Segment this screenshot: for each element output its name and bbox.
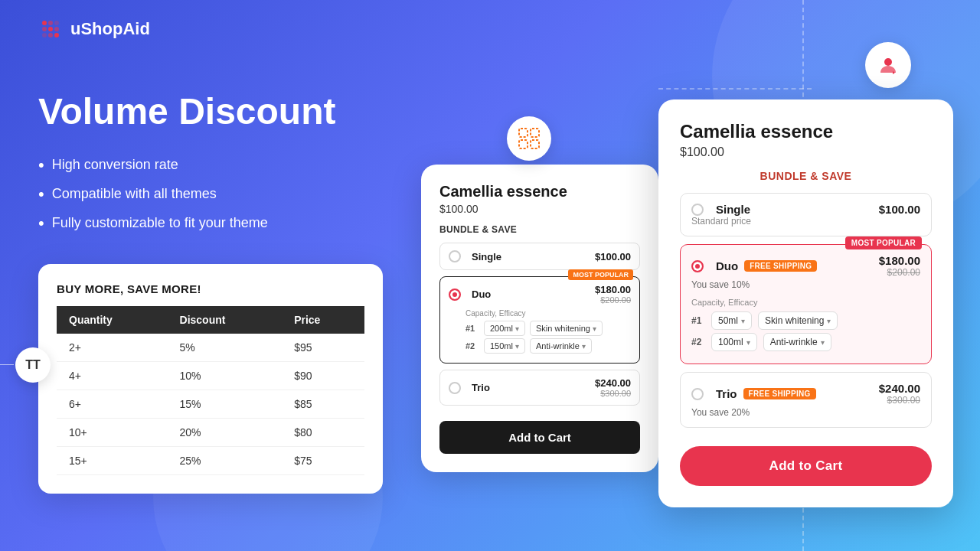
attr-num-2-middle: #2 [466, 341, 479, 350]
dropdown-arrow: ▾ [593, 324, 596, 333]
option-name-duo-middle: Duo [472, 289, 491, 300]
option-price-duo-middle: $180.00 [595, 284, 631, 295]
right-option-single[interactable]: Single $100.00 Standard price [680, 193, 932, 236]
header: uShopAid [38, 17, 150, 41]
option-name-single-right: Single [716, 203, 750, 216]
cell-discount: 5% [168, 334, 283, 362]
cell-quantity: 4+ [57, 361, 168, 390]
radio-trio-right [691, 388, 704, 400]
svg-rect-12 [519, 140, 528, 148]
selection-tool-icon[interactable] [507, 116, 551, 161]
standard-price-label: Standard price [691, 216, 920, 227]
attr-efficacy-2-right[interactable]: Anti-wrinkle ▾ [763, 333, 831, 351]
discount-table: Quantity Discount Price 2+ 5% $95 4+ 10%… [57, 306, 364, 475]
original-price-trio-right: $300.00 [879, 395, 920, 406]
top-right-user-icon[interactable] [865, 42, 911, 88]
right-section-title: BUNDLE & SAVE [680, 170, 932, 182]
attr-capacity-2-middle[interactable]: 150ml ▾ [484, 338, 525, 354]
dropdown-arrow: ▾ [582, 342, 586, 350]
duo-attributes-right: Capacity, Efficacy #1 50ml ▾ Skin whiten… [691, 298, 920, 351]
attr-row-2-right: #2 100ml ▾ Anti-wrinkle ▾ [691, 333, 920, 351]
col-quantity: Quantity [57, 306, 168, 334]
cell-price: $85 [282, 390, 364, 418]
add-to-cart-button-middle[interactable]: Add to Cart [439, 421, 640, 454]
add-to-cart-button-right[interactable]: Add to Cart [680, 446, 932, 486]
middle-option-duo[interactable]: MOST POPULAR Duo $180.00 $200.00 Capacit… [439, 276, 640, 364]
cell-quantity: 10+ [57, 418, 168, 446]
middle-option-single[interactable]: Single $100.00 [439, 243, 640, 270]
radio-single-right [691, 204, 704, 216]
volume-discount-card: BUY MORE, SAVE MORE! Quantity Discount P… [38, 264, 383, 494]
option-name-trio-middle: Trio [472, 382, 490, 393]
product-card-right: Camellia essence $100.00 BUNDLE & SAVE S… [658, 99, 953, 507]
cell-price: $90 [282, 361, 364, 390]
tt-label: TT [25, 358, 41, 372]
svg-point-3 [42, 27, 47, 31]
radio-duo-middle [449, 289, 461, 301]
radio-single-middle [449, 250, 461, 262]
price-single-right: $100.00 [879, 203, 920, 216]
selection-icon-svg [518, 127, 541, 150]
save-text-trio-right: You save 20% [691, 407, 920, 418]
user-avatar-icon [877, 54, 899, 76]
feature-item-2: Compatible with all themes [38, 184, 375, 204]
svg-point-1 [48, 21, 53, 25]
middle-section-title: BUNDLE & SAVE [439, 224, 640, 235]
attr-row-2-middle: #2 150ml ▾ Anti-wrinkle ▾ [466, 338, 603, 354]
table-row: 6+ 15% $85 [57, 390, 364, 418]
svg-point-6 [42, 33, 47, 37]
option-price-trio-middle: $240.00 [595, 377, 631, 389]
col-discount: Discount [168, 306, 283, 334]
dashed-line-horizontal [658, 88, 812, 90]
attr-num-1-middle: #1 [466, 324, 479, 333]
price-duo-right: $180.00 [879, 254, 920, 267]
option-original-duo-middle: $200.00 [595, 295, 631, 305]
table-header-row: Quantity Discount Price [57, 306, 364, 334]
cell-quantity: 6+ [57, 390, 168, 418]
cell-price: $80 [282, 418, 364, 446]
middle-product-name: Camellia essence [439, 183, 640, 201]
svg-point-8 [54, 33, 59, 37]
right-option-duo[interactable]: MOST POPULAR Duo FREE SHIPPING $180.00 $… [680, 244, 932, 364]
cell-price: $75 [282, 446, 364, 474]
middle-option-trio[interactable]: Trio $240.00 $300.00 [439, 370, 640, 406]
attr-label-right: Capacity, Efficacy [691, 298, 920, 307]
attr-row-1-right: #1 50ml ▾ Skin whitening ▾ [691, 311, 920, 330]
table-row: 15+ 25% $75 [57, 446, 364, 474]
svg-point-5 [54, 27, 59, 31]
cell-quantity: 2+ [57, 334, 168, 362]
right-product-name: Camellia essence [680, 121, 932, 142]
attr-efficacy-1-middle[interactable]: Skin whitening ▾ [530, 321, 603, 336]
attr-capacity-1-middle[interactable]: 200ml ▾ [484, 321, 525, 336]
cell-discount: 15% [168, 390, 283, 418]
badge-free-shipping-duo: FREE SHIPPING [744, 260, 817, 272]
col-price: Price [282, 306, 364, 334]
typography-tool-icon[interactable]: TT [15, 347, 51, 383]
feature-item-1: High conversion rate [38, 155, 375, 175]
app-name: uShopAid [70, 19, 150, 39]
option-price-single-middle: $100.00 [595, 251, 631, 262]
attr-label-middle: Capacity, Efficacy [466, 309, 603, 318]
svg-point-4 [48, 27, 53, 31]
right-product-price: $100.00 [680, 145, 932, 159]
option-original-trio-middle: $300.00 [595, 389, 631, 398]
cell-discount: 20% [168, 418, 283, 446]
svg-point-0 [42, 21, 47, 25]
attr-efficacy-2-middle[interactable]: Anti-wrinkle ▾ [530, 338, 592, 354]
attr-capacity-1-right[interactable]: 50ml ▾ [711, 311, 752, 330]
attr-num-2-right: #2 [691, 337, 705, 347]
radio-duo-right [691, 260, 704, 272]
table-row: 4+ 10% $90 [57, 361, 364, 390]
product-card-middle: Camellia essence $100.00 BUNDLE & SAVE S… [421, 165, 658, 472]
svg-point-2 [54, 21, 59, 25]
right-option-trio[interactable]: Trio FREE SHIPPING $240.00 $300.00 You s… [680, 372, 932, 428]
dropdown-arrow: ▾ [741, 317, 745, 325]
save-text-duo-right: You save 10% [691, 279, 920, 290]
attr-capacity-2-right[interactable]: 100ml ▾ [711, 333, 757, 351]
option-name-trio-right: Trio [716, 387, 737, 400]
attr-efficacy-1-right[interactable]: Skin whitening ▾ [758, 311, 838, 330]
dropdown-arrow: ▾ [827, 317, 831, 325]
price-trio-right: $240.00 [879, 382, 920, 395]
dropdown-arrow: ▾ [515, 324, 519, 333]
hero-section: Volume Discount High conversion rate Com… [38, 92, 375, 494]
